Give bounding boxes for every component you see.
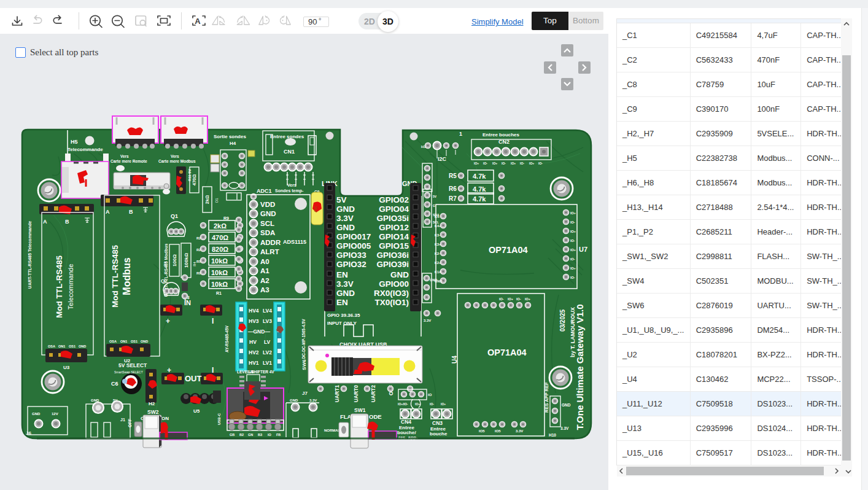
svg-text:GB: GB: [230, 433, 234, 437]
svg-text:2kΩ: 2kΩ: [214, 222, 227, 230]
svg-text:470Ω: 470Ω: [192, 174, 197, 186]
svg-text:J1: J1: [120, 418, 125, 422]
svg-text:bouche: bouche: [430, 431, 448, 437]
svg-text:UART0: UART0: [353, 385, 359, 403]
svg-text:OFF: OFF: [128, 418, 132, 427]
svg-text:IO-: IO-: [538, 161, 543, 165]
svg-text:IO5: IO5: [479, 429, 485, 433]
svg-text:D1: D1: [215, 198, 219, 203]
svg-text:R1: R1: [216, 291, 222, 295]
svg-text:ON1: ON1: [58, 344, 65, 348]
svg-text:R0: R0: [196, 271, 201, 275]
svg-text:3.3V: 3.3V: [560, 426, 569, 430]
svg-text:3.3V: 3.3V: [424, 319, 431, 322]
svg-text:OND: OND: [79, 344, 86, 348]
svg-text:Vers: Vers: [171, 154, 179, 158]
svg-text:Mod TTL-RS485: Mod TTL-RS485: [55, 255, 64, 318]
svg-text:B3: B3: [258, 433, 262, 437]
svg-text:IO-: IO-: [570, 220, 575, 224]
svg-text:Telecommande: Telecommande: [68, 147, 103, 152]
svg-text:VDD: VDD: [260, 201, 275, 208]
svg-text:LV: LV: [264, 339, 271, 345]
svg-text:R2: R2: [196, 236, 201, 240]
svg-text:R5: R5: [449, 173, 457, 179]
svg-text:AY-RS485-45V: AY-RS485-45V: [225, 325, 229, 352]
svg-text:RX0(IO3): RX0(IO3): [374, 289, 409, 298]
svg-text:A: A: [195, 17, 201, 26]
svg-text:3.3V: 3.3V: [336, 214, 354, 223]
svg-text:IO-: IO-: [499, 297, 504, 301]
svg-text:R3: R3: [163, 262, 167, 266]
svg-text:B2: B2: [239, 433, 244, 437]
svg-text:K4-: K4-: [435, 215, 440, 219]
svg-text:H5: H5: [71, 139, 78, 145]
svg-text:EN: EN: [336, 270, 348, 279]
svg-text:IO+: IO+: [529, 161, 534, 165]
svg-text:820Ω: 820Ω: [212, 246, 228, 253]
svg-text:NORMAL: NORMAL: [324, 429, 341, 432]
svg-text:FL(: FL(: [314, 206, 317, 212]
svg-text:IO5: IO5: [495, 429, 501, 433]
svg-text:GPIO005: GPIO005: [336, 241, 371, 251]
svg-text:3.3V: 3.3V: [516, 429, 523, 433]
svg-text:HV1: HV1: [249, 360, 259, 366]
svg-text:OSA: OSA: [109, 340, 117, 343]
svg-text:IO-: IO-: [516, 297, 521, 301]
svg-text:SW6: SW6: [301, 359, 307, 370]
svg-text:IO+/IO-: IO+/IO-: [398, 402, 408, 406]
svg-text:GND: GND: [562, 403, 571, 407]
svg-text:2kΩ: 2kΩ: [204, 195, 210, 204]
svg-text:GPIO14: GPIO14: [379, 232, 409, 241]
svg-text:GPIO04: GPIO04: [379, 204, 409, 214]
svg-text:IO+: IO+: [474, 161, 479, 165]
svg-text:A1: A1: [260, 267, 269, 274]
svg-text:OS1: OS1: [69, 344, 76, 348]
svg-text:T.One Ultimate Gateway V1.0: T.One Ultimate Gateway V1.0: [575, 304, 585, 430]
svg-text:GPIO33: GPIO33: [336, 251, 366, 260]
svg-text:IO-: IO-: [520, 161, 524, 165]
svg-text:IO+: IO+: [570, 248, 576, 252]
svg-text:Carte mere Modbus: Carte mere Modbus: [158, 159, 196, 163]
svg-text:FB: FB: [276, 433, 281, 437]
svg-text:03/2025: 03/2025: [559, 309, 566, 332]
svg-text:IO+: IO+: [511, 161, 516, 165]
svg-text:I: I: [212, 317, 214, 325]
svg-text:H10: H10: [549, 433, 556, 437]
svg-text:IO-: IO-: [483, 161, 487, 165]
svg-text:470Ω: 470Ω: [212, 234, 228, 241]
svg-text:HV2: HV2: [249, 349, 259, 356]
svg-text:J7: J7: [302, 391, 308, 396]
svg-text:4.7k: 4.7k: [473, 173, 486, 180]
svg-text:12V: 12V: [52, 412, 58, 416]
svg-text:A2: A2: [260, 277, 269, 284]
svg-text:K2-: K2-: [435, 252, 440, 255]
svg-text:I2C: I2C: [438, 156, 447, 162]
svg-text:3.3V: 3.3V: [336, 279, 354, 289]
svg-text:IO+: IO+: [492, 161, 497, 165]
svg-text:GPIO 39.36.35: GPIO 39.36.35: [327, 313, 360, 318]
svg-text:IO-: IO-: [502, 161, 506, 165]
svg-text:10kΩ: 10kΩ: [211, 281, 228, 288]
svg-text:R5: R5: [196, 260, 201, 263]
svg-text:GND: GND: [260, 210, 276, 217]
svg-text:SW2: SW2: [147, 409, 159, 415]
svg-text:Q2: Q2: [161, 278, 168, 284]
svg-text:A0: A0: [260, 258, 269, 265]
svg-text:UART-TTL-RS485 Telecommande: UART-TTL-RS485 Telecommande: [28, 221, 32, 289]
svg-text:4.7k: 4.7k: [473, 195, 486, 203]
svg-text:Telecommande: Telecommande: [67, 264, 74, 310]
svg-text:GPIO32: GPIO32: [336, 260, 366, 269]
svg-text:GPIO36i: GPIO36i: [376, 251, 409, 260]
svg-text:IO-: IO-: [570, 257, 575, 261]
svg-text:OP71A04: OP71A04: [489, 245, 528, 255]
svg-text:100kΩ: 100kΩ: [184, 252, 189, 268]
svg-text:Carte mere Remote: Carte mere Remote: [110, 159, 147, 163]
svg-text:ON1: ON1: [120, 340, 127, 343]
svg-text:—GND—: —GND—: [248, 329, 270, 335]
svg-text:GND: GND: [290, 399, 298, 402]
svg-text:K1A: K1A: [435, 270, 441, 274]
svg-text:GPIO017: GPIO017: [336, 232, 371, 241]
svg-text:Vers: Vers: [120, 154, 129, 158]
svg-text:SDA: SDA: [260, 229, 275, 236]
svg-text:H1: H1: [421, 145, 426, 149]
